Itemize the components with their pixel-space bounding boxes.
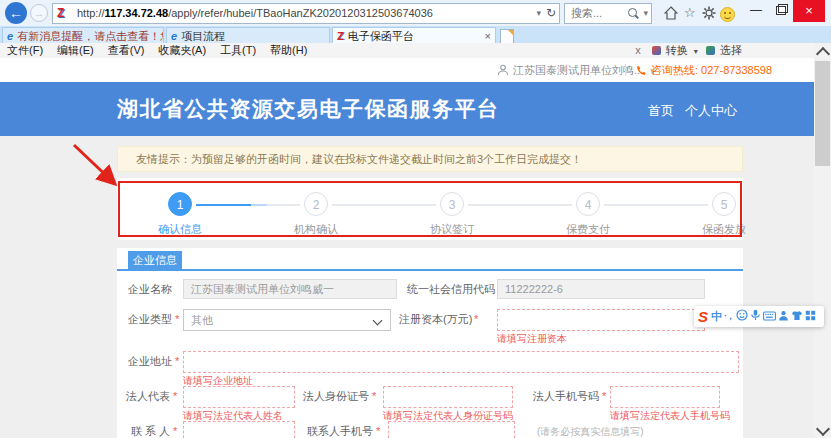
hotline-text: 咨询热线: 027-87338598 (651, 64, 772, 76)
toolbox-grid-icon[interactable] (805, 310, 816, 324)
user-center-icon[interactable] (778, 310, 789, 324)
keyboard-icon[interactable] (763, 310, 776, 324)
scroll-up-arrow[interactable] (814, 43, 831, 59)
legal-phone-label: 法人手机号码 (531, 386, 599, 406)
addon-convert-caret-icon[interactable]: ▾ (694, 47, 698, 56)
favorites-star-icon[interactable]: ☆ (684, 6, 698, 20)
required-mark: * (474, 309, 478, 329)
settings-gear-icon[interactable] (702, 6, 716, 20)
menu-tools[interactable]: 工具(T) (213, 43, 263, 58)
ie-icon: e (171, 30, 177, 42)
reg-capital-hint: 请填写注册资本 (497, 333, 567, 345)
tab-underline (117, 269, 743, 271)
select-icon (706, 46, 715, 55)
legal-phone-input[interactable] (610, 386, 720, 408)
step-5-circle: 5 (712, 192, 736, 216)
step-line (332, 204, 436, 206)
step-1-circle: 1 (168, 192, 192, 216)
punctuation-icon[interactable]: ·， (724, 310, 734, 323)
translate-icon (652, 46, 661, 55)
tab-project-flow[interactable]: e项目流程 (166, 27, 330, 43)
address-input[interactable] (183, 351, 739, 373)
search-input[interactable]: 搜索... ▾ (564, 3, 652, 24)
contact-phone-input[interactable] (388, 421, 515, 438)
translate-addon-bar: x 转换 ▾ 选择 (635, 43, 742, 59)
legal-name-input[interactable] (183, 386, 295, 408)
reg-capital-label: 注册资本(万元) (399, 309, 471, 329)
tab-close-icon[interactable]: × (485, 28, 491, 43)
tab-company-info[interactable]: 企业信息 (128, 251, 182, 269)
menu-favorites[interactable]: 收藏夹(A) (151, 43, 213, 58)
friendly-notice-bar: 友情提示：为预留足够的开函时间，建议在投标文件递交截止时间之前3个工作日完成提交… (117, 146, 743, 172)
reg-capital-input[interactable] (497, 309, 705, 331)
required-mark: * (602, 386, 606, 406)
company-name-field: 江苏国泰测试用单位刘鸣威一 (183, 279, 397, 299)
step-3-label: 协议签订 (412, 222, 492, 237)
window-minimize-button[interactable]: — (744, 0, 768, 22)
company-type-select[interactable]: 其他 (183, 309, 391, 331)
window-restore-button[interactable] (769, 0, 793, 22)
step-progress-line-fade (251, 204, 267, 206)
menu-view[interactable]: 查看(V) (101, 43, 152, 58)
skin-shirt-icon[interactable] (791, 310, 803, 324)
scrollbar-thumb[interactable] (815, 61, 830, 166)
home-icon[interactable] (664, 6, 678, 20)
hotline: 咨询热线: 027-87338598 (636, 58, 772, 82)
menu-file[interactable]: 文件(F) (0, 43, 50, 58)
site-favicon-icon: Z (337, 30, 344, 42)
address-bar[interactable]: Z http://117.34.72.48/apply/refer/hubei/… (52, 3, 560, 24)
page-viewport: 江苏国泰测试用单位刘鸣...∨ 咨询热线: 027-87338598 湖北省公共… (0, 58, 814, 438)
user-icon (497, 64, 509, 76)
step-5-label: 保函发放 (684, 222, 764, 237)
new-tab-button[interactable] (500, 29, 514, 44)
step-4-circle: 4 (576, 192, 600, 216)
voice-mic-icon[interactable] (750, 309, 761, 324)
page-title: 湖北省公共资源交易电子保函服务平台 (117, 82, 500, 136)
credit-code-field: 11222222-6 (497, 279, 705, 299)
addon-convert-button[interactable]: 转换 (666, 44, 688, 56)
required-mark: * (372, 386, 376, 406)
sogou-ime-toolbar[interactable]: S 中 ·， (694, 306, 824, 327)
contact-name-input[interactable] (183, 421, 295, 438)
step-1-label: 确认信息 (140, 222, 220, 237)
step-4-label: 保费支付 (548, 222, 628, 237)
refresh-icon[interactable]: ↻ (546, 4, 556, 23)
step-2-circle: 2 (304, 192, 328, 216)
menu-edit[interactable]: 编辑(E) (50, 43, 101, 58)
required-mark: * (175, 351, 179, 371)
addon-select-button[interactable]: 选择 (720, 44, 742, 56)
required-mark: * (175, 309, 179, 329)
forward-button[interactable]: → (30, 4, 48, 22)
window-close-button[interactable]: × (793, 0, 825, 22)
tab-new-message-notice[interactable]: e有新消息提醒，请点击查看！您 (2, 27, 164, 43)
chinese-mode-icon[interactable]: 中 (711, 309, 722, 324)
steps-card: 1 2 3 4 5 确认信息 机构确认 协议签订 保费支付 保函发放 (117, 178, 743, 240)
url-text: http://117.34.72.48/apply/refer/hubei/TB… (77, 4, 517, 23)
nav-home-link[interactable]: 首页 (648, 82, 674, 136)
sogou-logo-icon[interactable]: S (698, 308, 708, 325)
tab-eguarantee-platform-active[interactable]: Z电子保函平台× (332, 27, 496, 43)
scroll-down-arrow[interactable] (814, 422, 831, 438)
address-dropdown-icon[interactable]: ▾ (536, 4, 541, 23)
chevron-down-icon (373, 316, 383, 326)
menu-help[interactable]: 帮助(H) (263, 43, 314, 58)
page-scrollbar[interactable] (814, 43, 831, 438)
addon-close-button[interactable]: x (635, 44, 641, 56)
emoji-icon[interactable] (736, 309, 748, 324)
step-line (267, 204, 300, 206)
step-line (604, 204, 708, 206)
account-dropdown[interactable]: 江苏国泰测试用单位刘鸣...∨ (497, 58, 656, 82)
search-dropdown-icon[interactable]: ▾ (643, 4, 648, 23)
company-info-card: 企业信息 企业名称 江苏国泰测试用单位刘鸣威一 统一社会信用代码 1122222… (117, 248, 743, 438)
feedback-smiley-icon[interactable] (720, 7, 735, 22)
step-line (468, 204, 572, 206)
site-banner: 湖北省公共资源交易电子保函服务平台 首页 个人中心 (0, 82, 814, 136)
credit-code-label: 统一社会信用代码 (407, 279, 487, 299)
company-name-label: 企业名称 (117, 279, 172, 299)
legal-name-label: 法人代表 (117, 386, 170, 406)
back-button[interactable]: ← (5, 2, 27, 24)
nav-personal-center-link[interactable]: 个人中心 (685, 82, 737, 136)
search-icon[interactable] (628, 8, 637, 17)
contact-note: (请务必按真实信息填写) (537, 421, 644, 438)
legal-id-input[interactable] (383, 386, 513, 408)
